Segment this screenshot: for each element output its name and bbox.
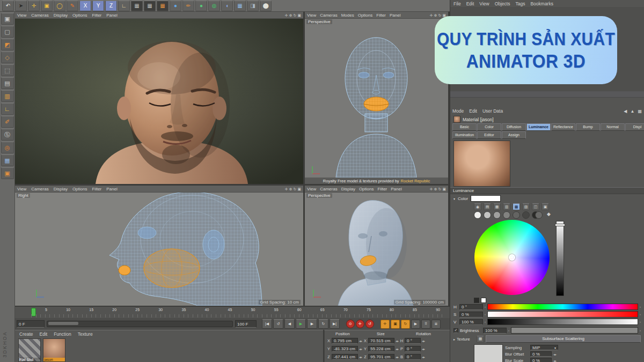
dot-gray-4[interactable] <box>513 211 520 219</box>
filter-menu-item[interactable]: Filter <box>377 187 387 191</box>
display-menu-item[interactable]: Display <box>54 187 68 191</box>
compact-mode-icon[interactable]: ▣ <box>541 203 549 210</box>
play-button[interactable]: ▶ <box>296 319 306 329</box>
size-value-field[interactable]: 70.515 cm <box>368 338 394 344</box>
stepper[interactable]: ◂▸ <box>553 359 557 362</box>
viewport-zoom-icon[interactable]: ⊕ <box>434 187 437 191</box>
render-picture-icon[interactable]: ▦ <box>144 1 156 11</box>
file-menu-item[interactable]: File <box>453 1 461 6</box>
key-scale-button[interactable]: ▣ <box>391 320 400 329</box>
panel-menu-item[interactable]: Panel <box>390 13 400 18</box>
texture-menu-icon[interactable]: ▦ <box>477 336 484 343</box>
add-spline-icon[interactable]: ✏ <box>182 1 194 11</box>
viewport-zoom-icon[interactable]: ⊕ <box>289 13 292 17</box>
loop-button[interactable]: ↻ <box>318 319 328 329</box>
sampling-dropdown[interactable]: MIP▾ <box>530 345 558 350</box>
size-value-field[interactable]: 95.701 cm <box>368 354 394 360</box>
viewport-rotate-icon[interactable]: ↻ <box>438 187 442 191</box>
lock-workplane-icon[interactable]: ▦ <box>1 154 14 166</box>
mix-dot[interactable] <box>535 211 543 219</box>
stepper[interactable]: ‹ <box>508 329 509 332</box>
viewport-toggle-icon[interactable]: ▣ <box>442 187 446 191</box>
timeline-list-button[interactable]: ≣ <box>431 320 441 329</box>
editor-tab[interactable]: Editor <box>477 131 501 139</box>
swatch-mode-icon[interactable]: ▦ <box>493 203 501 210</box>
view-menu-item[interactable]: View <box>17 13 26 18</box>
key-rotation-button[interactable]: ↻ <box>401 320 410 329</box>
key-position-button[interactable]: ✛ <box>380 320 390 329</box>
viewport-pan-icon[interactable]: ✛ <box>430 13 433 17</box>
stepper[interactable]: ◂▸ <box>422 355 425 359</box>
value-gradient-bar[interactable] <box>556 221 564 296</box>
viewport-pan-icon[interactable]: ✛ <box>285 187 288 191</box>
viewport-rotate-icon[interactable]: ↻ <box>294 13 297 17</box>
key-parameter-button[interactable]: ▶ <box>411 320 420 329</box>
rotation-value-field[interactable]: 0 ° <box>405 338 421 344</box>
stepper[interactable]: ◂▸ <box>396 347 399 351</box>
add-environment-icon[interactable]: ▦ <box>234 1 246 11</box>
viewport-front-wireframe[interactable]: ViewCamerasModesOptionsFilterPanel ✛⊕↻▣ … <box>305 12 448 184</box>
solo-mode-icon[interactable]: ▣ <box>1 167 14 179</box>
texture-menu-item[interactable]: Texture <box>78 331 93 337</box>
axis-z-icon[interactable]: Z <box>105 1 117 11</box>
blur-offset-field[interactable]: 0 % <box>530 351 552 357</box>
material-thumbnail-jason[interactable]: jason <box>43 338 65 362</box>
next-frame-button[interactable]: ▶ <box>307 319 317 329</box>
stepper[interactable]: › <box>640 305 641 308</box>
cameras-menu-item[interactable]: Cameras <box>320 187 337 191</box>
coord-system-icon[interactable]: ∟ <box>118 1 130 11</box>
color-tab[interactable]: Color <box>477 123 501 131</box>
start-frame-field[interactable]: 0 F <box>17 320 45 328</box>
stepper[interactable]: ‹ <box>485 313 486 316</box>
cameras-menu-item[interactable]: Cameras <box>31 187 48 191</box>
color-wheel[interactable] <box>474 220 550 295</box>
position-value-field[interactable]: 0.795 cm <box>332 338 358 344</box>
viewport-pan-icon[interactable]: ✛ <box>285 13 288 17</box>
luminance-tab[interactable]: Luminance <box>526 123 551 131</box>
hue-value-field[interactable]: 0 ° <box>459 304 483 310</box>
modes-menu-item[interactable]: Modes <box>341 13 354 18</box>
assign-tab[interactable]: Assign <box>502 131 526 139</box>
subsurface-scattering-button[interactable]: Subsurface Scattering <box>486 335 641 343</box>
polygons-mode-icon[interactable]: ▥ <box>1 90 14 102</box>
user-data-menu-item[interactable]: User Data <box>482 108 503 114</box>
viewport-rotate-icon[interactable]: ↻ <box>438 13 442 17</box>
diffusion-tab[interactable]: Diffusion <box>502 123 526 131</box>
workplane-mode-icon[interactable]: ◇ <box>1 51 14 63</box>
basic-tab[interactable]: Basic <box>452 123 477 131</box>
key-pla-button[interactable]: ⠿ <box>421 320 430 329</box>
end-frame-field[interactable]: 100 F <box>235 320 257 328</box>
frame-range-slider[interactable] <box>47 321 233 327</box>
goto-end-button[interactable]: ▶| <box>330 319 340 329</box>
cameras-menu-item[interactable]: Cameras <box>320 13 337 18</box>
model-mode-icon[interactable]: ▢ <box>1 26 14 38</box>
add-generator-icon[interactable]: ● <box>195 1 207 11</box>
axis-band-icon[interactable]: ◎ <box>1 142 14 153</box>
material-preview-thumb[interactable] <box>453 116 460 123</box>
make-editable-icon[interactable]: ▣ <box>1 13 14 25</box>
objects-menu-item[interactable]: Objects <box>495 1 510 6</box>
size-value-field[interactable]: 55.228 cm <box>368 346 394 352</box>
stepper[interactable]: › <box>640 329 641 332</box>
reflectance-tab[interactable]: Reflectance <box>551 123 575 131</box>
record-active-button[interactable]: ↺ <box>365 320 374 328</box>
spectrum-mode-icon[interactable]: ▤ <box>484 203 491 210</box>
stepper[interactable]: ◂▸ <box>359 339 362 343</box>
display-menu-item[interactable]: Display <box>54 13 68 18</box>
rotate-icon[interactable]: ◯ <box>54 1 65 11</box>
snap-mode-icon[interactable]: Ⓢ <box>1 129 14 141</box>
view-menu-item[interactable]: View <box>307 13 316 18</box>
points-mode-icon[interactable]: ⬚ <box>1 64 14 76</box>
texture-axis-mode-icon[interactable]: ◩ <box>1 39 14 50</box>
edit-menu-item[interactable]: Edit <box>466 1 474 6</box>
stepper[interactable]: ◂▸ <box>422 339 425 343</box>
add-light-icon[interactable]: ⬤ <box>260 1 272 11</box>
color-swatch[interactable] <box>471 195 501 202</box>
viewport-pan-icon[interactable]: ✛ <box>430 187 433 191</box>
animation-mode-icon[interactable]: ∟ <box>1 103 14 115</box>
axis-x-icon[interactable]: X <box>79 1 91 11</box>
options-menu-item[interactable]: Options <box>72 187 87 191</box>
kelvin-mode-icon[interactable]: ▨ <box>522 203 530 210</box>
viewport-zoom-icon[interactable]: ⊕ <box>289 187 292 191</box>
brightness-slider[interactable] <box>511 327 638 334</box>
